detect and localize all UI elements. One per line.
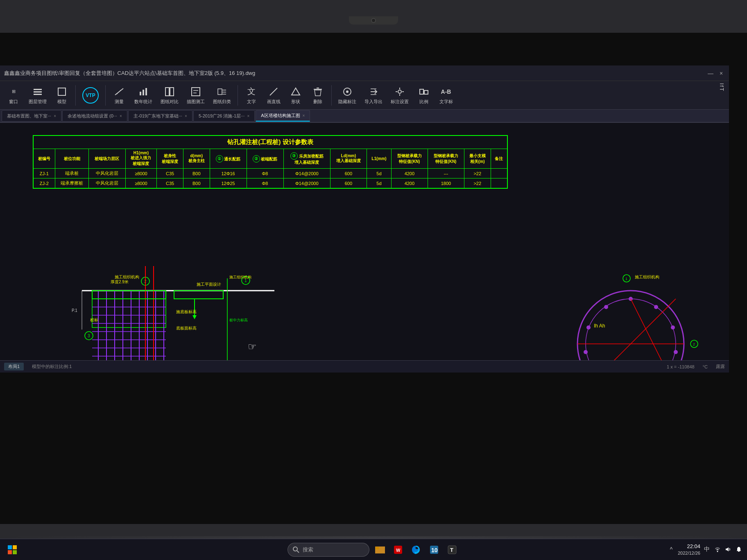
- close-button[interactable]: ×: [718, 70, 725, 77]
- taskbar-app1[interactable]: 10: [427, 542, 441, 557]
- svg-rect-51: [92, 291, 166, 299]
- svg-line-99: [297, 551, 299, 553]
- tab-3[interactable]: 5-2019广26 消施-1层··· ×: [193, 110, 255, 122]
- toolbar-model[interactable]: 模型: [52, 84, 72, 106]
- toolbar-layer[interactable]: 图层管理: [25, 84, 50, 106]
- tab-4[interactable]: A区塔楼结构施工图 ×: [256, 110, 310, 122]
- camera-lens: [371, 18, 376, 23]
- layer-icon: [32, 86, 43, 97]
- toolbar-scale[interactable]: 比例: [414, 84, 434, 106]
- window-icon: ⊞: [8, 86, 19, 97]
- tray-network[interactable]: [713, 545, 722, 553]
- toolbar-annot[interactable]: 描图测工: [183, 84, 208, 106]
- cell-c3-1: Φ14@2000: [283, 178, 330, 189]
- tab-2-close[interactable]: ×: [185, 114, 187, 118]
- toolbar-stats[interactable]: 数年统计: [131, 84, 156, 106]
- tab-3-label: 5-2019广26 消施-1层···: [199, 113, 245, 119]
- taskbar-wps[interactable]: W: [391, 542, 405, 557]
- tab-4-label: A区塔楼结构施工图: [261, 113, 300, 119]
- scale-status: 模型中的标注比例:1: [32, 364, 72, 370]
- minimize-button[interactable]: —: [707, 70, 714, 77]
- svg-marker-55: [192, 315, 197, 319]
- svg-text:施工组织机构: 施工组织机构: [115, 275, 139, 279]
- tray-notification[interactable]: [735, 545, 743, 553]
- tab-1[interactable]: 余述地地流动组设置 (0··· ×: [62, 110, 127, 122]
- taskbar-left: [4, 542, 20, 558]
- toolbar-classify[interactable]: 图纸归类: [210, 84, 234, 106]
- toolbar-text-settings[interactable]: A-B 文字标: [436, 84, 456, 106]
- svg-text:3: 3: [88, 334, 90, 338]
- svg-rect-7: [165, 88, 169, 96]
- svg-rect-96: [8, 550, 12, 554]
- svg-point-70: [586, 299, 676, 360]
- clock-time: 22:04: [678, 543, 700, 550]
- shape-icon: [290, 86, 301, 97]
- tab-0-close[interactable]: ×: [54, 114, 56, 118]
- tab-0[interactable]: 基础布置图、地下室··· ×: [2, 110, 61, 122]
- toolbar-window[interactable]: ⊞ 窗口: [3, 84, 24, 106]
- scale-settings-icon: [394, 86, 405, 97]
- toolbar-measure[interactable]: 测量: [109, 84, 129, 106]
- cell-c2-0: Φ8: [247, 169, 283, 178]
- classify-icon: [216, 86, 228, 97]
- svg-text:施底板标高: 施底板标高: [176, 309, 197, 314]
- tab-4-close[interactable]: ×: [303, 113, 305, 118]
- col-header-0: 桩编号: [33, 149, 55, 169]
- toolbar-shape[interactable]: 形状: [285, 84, 306, 106]
- cell-layer-0: 中风化岩层: [89, 169, 125, 178]
- toolbar-import-export[interactable]: 导入导出: [361, 84, 386, 106]
- svg-rect-3: [58, 88, 66, 95]
- pile-circle-drawing: 施工组织机构 1 2 桩筋 1 Ih Ah: [553, 262, 709, 360]
- tab-3-close[interactable]: ×: [247, 114, 249, 118]
- svg-text:P.1: P.1: [72, 308, 77, 313]
- toolbar-compare-label: 图纸对比: [161, 99, 179, 105]
- tray-volume[interactable]: [724, 545, 732, 553]
- toolbar-measure-label: 测量: [115, 99, 124, 105]
- cell-b1-1: 4200: [391, 178, 428, 189]
- col-header-4: 桩身性桩端深度: [157, 149, 183, 169]
- svg-text:2: 2: [693, 342, 695, 346]
- import-export-icon: [368, 86, 379, 97]
- taskbar-app2[interactable]: T: [445, 542, 460, 557]
- design-params-table: 钻孔灌注桩(工程桩) 设计参数表 桩编号 桩位功能 桩端场力层区 H1(mm)桩…: [33, 135, 508, 189]
- tab-1-close[interactable]: ×: [120, 114, 122, 118]
- tray-ime[interactable]: 中: [703, 545, 711, 553]
- search-bar[interactable]: 搜索: [287, 543, 369, 557]
- svg-text:施工平面设计: 施工平面设计: [197, 282, 221, 287]
- cell-h1-1: ≥8000: [125, 178, 157, 189]
- toolbar-scale-settings[interactable]: 标注设置: [387, 84, 412, 106]
- svg-line-12: [270, 88, 277, 95]
- svg-rect-5: [143, 90, 144, 95]
- coord-status: 1 x = -110848: [667, 364, 695, 369]
- taskbar-edge[interactable]: [409, 542, 423, 557]
- toolbar-divider-3: [238, 85, 238, 106]
- toolbar-line[interactable]: 画直线: [263, 84, 284, 106]
- svg-rect-95: [13, 545, 17, 549]
- col-header-1: 桩位功能: [55, 149, 89, 169]
- taskbar-explorer[interactable]: [373, 542, 387, 557]
- svg-point-69: [577, 291, 684, 360]
- toolbar-shape-label: 形状: [291, 99, 300, 105]
- temp-status: °C: [703, 364, 708, 369]
- col-header-8: ③ 乐房加密配筋埋入基础深度: [283, 149, 330, 169]
- toolbar-text[interactable]: 文 文字: [241, 84, 262, 106]
- toolbar-delete[interactable]: 删除: [308, 84, 328, 106]
- windows-start-button[interactable]: [4, 542, 20, 558]
- title-bar-controls: — ×: [707, 70, 725, 77]
- toolbar-hidden-mark[interactable]: 隐藏标注: [335, 84, 360, 106]
- col-header-11: 型钢桩承载力特征值(KN): [391, 149, 428, 169]
- stats-icon: [138, 86, 149, 97]
- layout-tab[interactable]: 布局1: [4, 363, 24, 370]
- svg-rect-97: [13, 550, 17, 554]
- toolbar-divider-4: [331, 85, 332, 106]
- toolbar-compare[interactable]: 图纸对比: [157, 84, 182, 106]
- cell-c1-0: 12Φ16: [210, 169, 247, 178]
- tab-0-label: 基础布置图、地下室···: [7, 113, 51, 119]
- tab-2[interactable]: 主-019广东地下室基础··· ×: [128, 110, 192, 122]
- canvas-area[interactable]: 钻孔灌注桩(工程桩) 设计参数表 桩编号 桩位功能 桩端场力层区 H1(mm)桩…: [0, 123, 729, 360]
- tray-expand[interactable]: ^: [667, 545, 675, 553]
- cell-note-0: [491, 169, 507, 178]
- toolbar-vtp[interactable]: VTP: [79, 86, 102, 105]
- col-header-9: Ld(mm)埋入基础深度: [330, 149, 367, 169]
- svg-rect-2: [34, 94, 42, 95]
